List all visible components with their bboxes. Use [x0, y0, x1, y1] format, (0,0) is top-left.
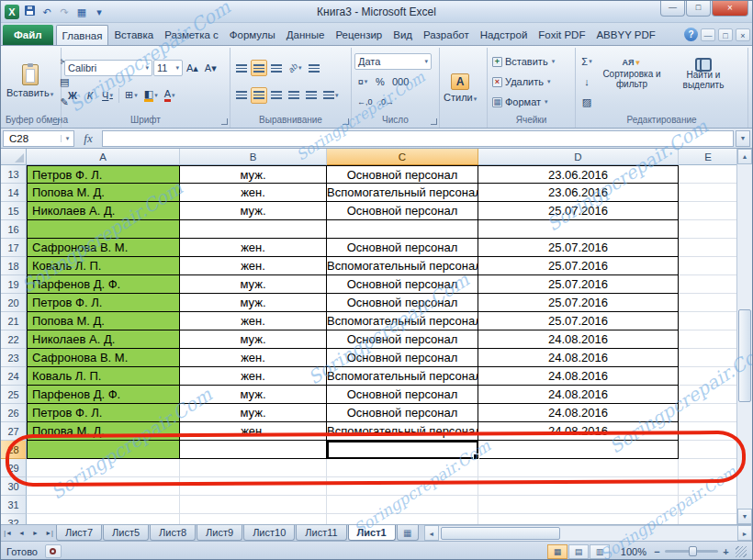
cell-B20[interactable]: муж. [180, 294, 327, 312]
cell-C22[interactable]: Основной персонал [327, 330, 478, 349]
cell-A17[interactable]: Сафронова В. М. [27, 239, 180, 257]
cell-E24[interactable] [679, 367, 738, 386]
vertical-scroll-thumb[interactable] [738, 309, 751, 402]
prev-sheet-button[interactable]: ◄ [15, 525, 28, 542]
redo-button[interactable]: ↷ [57, 5, 72, 19]
format-cells-button[interactable]: ▦Формат▾ [490, 94, 572, 110]
cell-E14[interactable] [679, 184, 738, 202]
cell-E32[interactable] [679, 514, 738, 524]
cell-B22[interactable]: муж. [180, 330, 327, 349]
cell-A27[interactable]: Попова М. Д. [27, 422, 180, 441]
zoom-handle[interactable] [689, 546, 697, 556]
find-select-button[interactable]: Найти и выделить [669, 53, 738, 110]
cell-C25[interactable]: Основной персонал [327, 386, 478, 404]
cell-A22[interactable]: Николаев А. Д. [27, 330, 180, 349]
cell-B25[interactable]: муж. [180, 386, 327, 404]
fill-color-button[interactable]: ◧▾ [141, 87, 161, 104]
cell-A15[interactable]: Николаев А. Д. [27, 202, 180, 220]
align-top-button[interactable] [233, 60, 250, 76]
cell-E28[interactable] [679, 441, 738, 459]
insert-cells-button[interactable]: +Вставить▾ [490, 53, 572, 70]
cell-C23[interactable]: Основной персонал [327, 349, 478, 367]
sheet-tab[interactable]: Лист10 [243, 525, 295, 541]
cell-C30[interactable] [327, 477, 478, 496]
cell-E19[interactable] [679, 275, 738, 294]
qat-dropdown-icon[interactable]: ▾ [92, 5, 107, 19]
row-header-30[interactable]: 30 [1, 477, 27, 496]
cell-B21[interactable]: жен. [180, 312, 327, 330]
cell-D29[interactable] [478, 459, 679, 477]
scroll-left-button[interactable]: ◄ [424, 525, 439, 541]
dialog-launcher-icon[interactable] [431, 118, 437, 125]
merge-center-button[interactable]: ▾ [320, 87, 342, 104]
cell-C26[interactable]: Основной персонал [327, 404, 478, 422]
row-header-22[interactable]: 22 [1, 330, 27, 349]
cell-D14[interactable]: 23.06.2016 [478, 184, 679, 202]
ribbon-tab[interactable]: Формулы [224, 25, 281, 45]
decrease-decimal-button[interactable]: ,0→ [376, 94, 398, 110]
cell-A31[interactable] [27, 496, 180, 514]
cell-B27[interactable]: жен. [180, 422, 327, 441]
ribbon-tab[interactable]: Файл [3, 25, 53, 45]
row-header-32[interactable]: 32 [1, 514, 27, 524]
sheet-tab[interactable]: Лист5 [103, 525, 149, 541]
ribbon-tab[interactable]: Данные [281, 25, 331, 45]
column-header-A[interactable]: A [27, 149, 180, 165]
insert-sheet-button[interactable]: ▦ [397, 525, 419, 541]
cell-B24[interactable]: жен. [180, 367, 327, 386]
save-button[interactable] [22, 5, 37, 19]
zoom-track[interactable] [665, 550, 718, 553]
cell-C24[interactable]: Вспомогательный персонал [327, 367, 478, 386]
cell-D15[interactable]: 25.07.2016 [478, 202, 679, 220]
borders-button[interactable]: ⊞▾ [122, 87, 140, 104]
cell-B32[interactable] [180, 514, 327, 524]
scroll-right-button[interactable]: ► [737, 525, 752, 541]
cell-B26[interactable]: муж. [180, 404, 327, 422]
cell-C15[interactable]: Основной персонал [327, 202, 478, 220]
row-header-16[interactable]: 16 [1, 220, 27, 239]
cell-E21[interactable] [679, 312, 738, 330]
cell-B13[interactable]: муж. [180, 165, 327, 184]
sheet-tab[interactable]: Лист9 [197, 525, 242, 541]
ribbon-tab[interactable]: Главная [56, 25, 109, 45]
cell-C14[interactable]: Вспомогательный персонал [327, 184, 478, 202]
cell-C28[interactable] [327, 441, 478, 459]
row-header-23[interactable]: 23 [1, 349, 27, 367]
cell-A16[interactable] [27, 220, 180, 239]
increase-indent-button[interactable] [303, 87, 320, 104]
cell-C31[interactable] [327, 496, 478, 514]
row-header-15[interactable]: 15 [1, 202, 27, 220]
cell-A28[interactable] [27, 441, 180, 459]
increase-decimal-button[interactable]: ←,0 [354, 94, 376, 110]
cell-A25[interactable]: Парфенов Д. Ф. [27, 386, 180, 404]
vertical-scroll-track[interactable] [737, 164, 752, 509]
cell-E29[interactable] [679, 459, 738, 477]
ribbon-tab[interactable]: Вставка [108, 25, 159, 45]
cell-A13[interactable]: Петров Ф. Л. [27, 165, 180, 184]
column-header-D[interactable]: D [478, 149, 679, 165]
cell-B28[interactable] [180, 441, 327, 459]
cell-C19[interactable]: Основной персонал [327, 275, 478, 294]
page-layout-view-button[interactable]: ▤ [568, 544, 589, 559]
formula-bar-expand-button[interactable]: ▼ [736, 130, 750, 147]
cell-D17[interactable]: 25.07.2016 [478, 239, 679, 257]
cell-D27[interactable]: 24.08.2016 [478, 422, 679, 441]
orientation-button[interactable]: ab▾ [286, 60, 305, 76]
ribbon-tab[interactable]: Надстрой [475, 25, 534, 45]
font-size-select[interactable]: 11▾ [153, 60, 183, 76]
sheet-tab[interactable]: Лист1 [348, 525, 396, 541]
cell-E18[interactable] [679, 257, 738, 275]
cell-E22[interactable] [679, 330, 738, 349]
cell-A26[interactable]: Петров Ф. Л. [27, 404, 180, 422]
ribbon-tab[interactable]: Разметка с [159, 25, 224, 45]
cell-D32[interactable] [478, 514, 679, 524]
cell-B17[interactable]: жен. [180, 239, 327, 257]
cell-B29[interactable] [180, 459, 327, 477]
cell-A32[interactable] [27, 514, 180, 524]
cell-D16[interactable] [478, 220, 679, 239]
cell-E15[interactable] [679, 202, 738, 220]
dialog-launcher-icon[interactable] [343, 118, 349, 125]
ribbon-tab[interactable]: Вид [388, 25, 418, 45]
row-header-27[interactable]: 27 [1, 422, 27, 441]
cell-B30[interactable] [180, 477, 327, 496]
